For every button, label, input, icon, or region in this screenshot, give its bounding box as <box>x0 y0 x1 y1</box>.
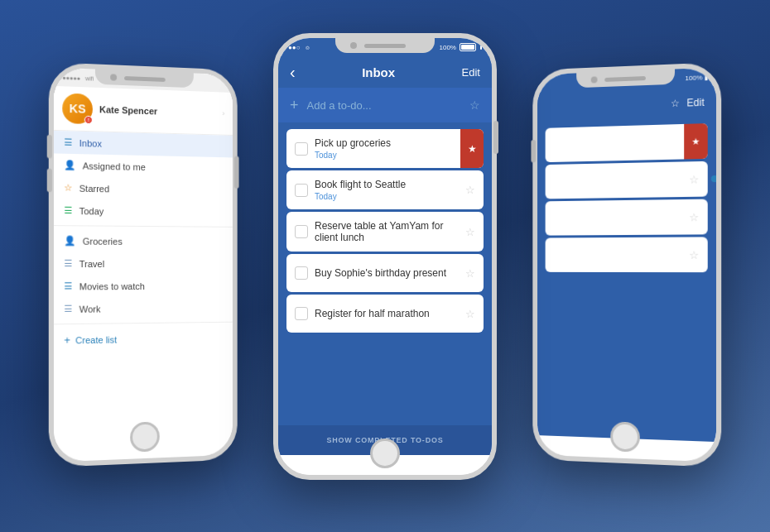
sidebar-item-today[interactable]: ☰ Today <box>54 199 233 223</box>
right-todo-item-1[interactable]: ★ <box>546 123 708 162</box>
speaker-right <box>604 76 646 82</box>
star-marathon[interactable]: ☆ <box>465 308 475 320</box>
travel-icon: ☰ <box>64 258 72 269</box>
sidebar-label-inbox: Inbox <box>79 137 102 148</box>
todo-title-marathon: Register for half marathon <box>315 308 459 319</box>
checkbox-flight[interactable] <box>295 184 308 197</box>
speaker <box>124 76 166 82</box>
todo-title-groceries: Pick up groceries <box>315 137 475 149</box>
right-screen: ☆ Edit ★ ☆ ☆ ☆ <box>537 86 716 442</box>
todo-list: Pick up groceries Today ★ Book flight to… <box>278 122 492 425</box>
todo-content-groceries: Pick up groceries Today <box>315 137 475 160</box>
home-button-center[interactable] <box>370 439 400 468</box>
right-todo-item-2[interactable]: ☆ <box>546 161 708 199</box>
camera-right <box>591 76 598 83</box>
add-todo-bar[interactable]: + Add a to-do... ☆ <box>278 88 492 122</box>
sidebar-item-starred[interactable]: ☆ Starred <box>54 176 233 201</box>
checkbox-groceries[interactable] <box>295 142 308 156</box>
inbox-screen: ‹ Inbox Edit + Add a to-do... ☆ Pick up … <box>278 56 492 455</box>
divider-2 <box>54 322 233 325</box>
right-phone: 100% ▮ ☆ Edit ★ ☆ ☆ ☆ <box>532 62 721 467</box>
nav-bar: ‹ Inbox Edit <box>278 56 492 88</box>
sidebar-item-assigned[interactable]: 👤 Assigned to me <box>54 153 233 180</box>
todo-content-yamyam: Reserve table at YamYam for client lunch <box>315 220 459 243</box>
speaker-center <box>364 44 406 48</box>
sidebar-label-travel: Travel <box>79 258 105 268</box>
home-button[interactable] <box>130 421 160 452</box>
wifi-icon: wifi <box>85 75 94 81</box>
edit-button[interactable]: Edit <box>462 66 480 79</box>
left-screen: ●●●●● wifi KS ! Kate Spencer › ☰ Inbox <box>54 67 233 423</box>
battery-area: 100% <box>440 43 482 51</box>
create-list-label: Create list <box>75 334 117 345</box>
avatar: KS ! <box>62 93 93 124</box>
battery-tip <box>480 46 482 50</box>
todo-title-birthday: Buy Sophie's birthday present <box>315 267 459 279</box>
create-list-button[interactable]: + Create list <box>54 326 233 352</box>
right-star-3[interactable]: ☆ <box>689 210 699 223</box>
work-icon: ☰ <box>64 304 72 314</box>
todo-item-birthday[interactable]: Buy Sophie's birthday present ☆ <box>286 254 484 292</box>
sidebar-item-groceries[interactable]: 👤 Groceries <box>54 229 233 252</box>
user-icon: 👤 <box>64 160 75 171</box>
todo-title-flight: Book flight to Seattle <box>315 179 459 190</box>
sidebar-item-movies[interactable]: ☰ Movies to watch <box>54 275 233 298</box>
right-star-2[interactable]: ☆ <box>689 173 699 185</box>
todo-sub-groceries: Today <box>315 151 475 160</box>
signal-area: ●●○ ⌾ <box>288 44 310 51</box>
movies-icon: ☰ <box>64 280 72 291</box>
plus-icon: + <box>64 333 70 346</box>
star-birthday[interactable]: ☆ <box>465 267 475 280</box>
todo-item-flight[interactable]: Book flight to Seattle Today ☆ <box>286 170 484 209</box>
todo-item-yamyam[interactable]: Reserve table at YamYam for client lunch… <box>286 212 484 252</box>
sidebar-label-starred: Starred <box>79 183 109 194</box>
sidebar-label-work: Work <box>79 304 101 314</box>
star-yamyam[interactable]: ☆ <box>465 226 475 238</box>
back-button[interactable]: ‹ <box>290 63 296 82</box>
right-star-4[interactable]: ☆ <box>689 248 699 261</box>
checkbox-marathon[interactable] <box>295 307 308 320</box>
todo-item-marathon[interactable]: Register for half marathon ☆ <box>286 295 484 333</box>
divider <box>54 225 233 228</box>
todo-content-flight: Book flight to Seattle Today <box>315 179 459 201</box>
battery-percent: 100% <box>440 44 456 51</box>
vol-down-button[interactable] <box>47 169 52 193</box>
home-button-right[interactable] <box>610 421 640 452</box>
sidebar-label-movies: Movies to watch <box>79 281 145 291</box>
right-dot <box>711 175 716 182</box>
power-button[interactable] <box>234 156 239 189</box>
right-vol-up[interactable] <box>531 140 536 163</box>
add-icon: + <box>290 97 299 114</box>
checkbox-yamyam[interactable] <box>295 225 308 238</box>
battery-icon <box>460 43 476 51</box>
user-header: KS ! Kate Spencer › <box>54 86 233 136</box>
sidebar-label-assigned: Assigned to me <box>83 161 146 172</box>
todo-title-yamyam: Reserve table at YamYam for client lunch <box>315 220 459 243</box>
groceries-icon: 👤 <box>64 235 75 246</box>
checkbox-birthday[interactable] <box>295 266 308 280</box>
right-todo-item-4[interactable]: ☆ <box>546 237 708 272</box>
signal-icon: ●●○ <box>288 44 301 51</box>
inbox-icon: ☰ <box>64 137 72 147</box>
star-flight[interactable]: ☆ <box>465 184 475 196</box>
right-todo-list: ★ ☆ ☆ ☆ <box>537 118 716 442</box>
notification-badge: ! <box>84 116 93 124</box>
add-star-icon[interactable]: ☆ <box>469 98 480 112</box>
sidebar-item-travel[interactable]: ☰ Travel <box>54 252 233 276</box>
todo-sub-flight: Today <box>315 192 459 201</box>
vol-up-button[interactable] <box>47 135 52 159</box>
sidebar-label-groceries: Groceries <box>83 236 123 246</box>
right-battery: 100% ▮ <box>686 74 708 82</box>
sidebar-item-work[interactable]: ☰ Work <box>54 296 233 320</box>
right-todo-item-3[interactable]: ☆ <box>546 199 708 236</box>
todo-item-groceries[interactable]: Pick up groceries Today ★ <box>286 129 484 168</box>
right-edit-button[interactable]: Edit <box>687 97 705 109</box>
avatar-initials: KS <box>70 102 86 116</box>
today-icon: ☰ <box>64 205 72 216</box>
add-placeholder: Add a to-do... <box>307 99 461 112</box>
sidebar-label-today: Today <box>79 206 104 216</box>
priority-ribbon-groceries: ★ <box>460 129 484 168</box>
star-icon: ☆ <box>64 182 72 193</box>
power-button-center[interactable] <box>493 121 498 154</box>
todo-content-marathon: Register for half marathon <box>315 308 459 319</box>
